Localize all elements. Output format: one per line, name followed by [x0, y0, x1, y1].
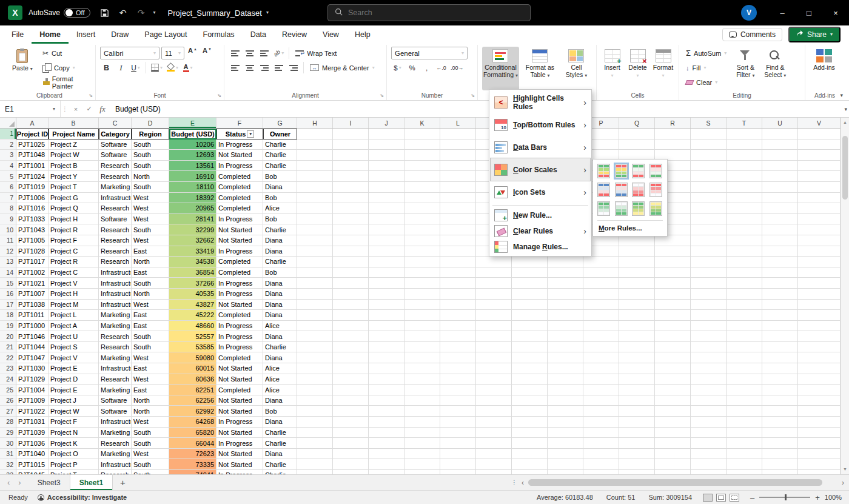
cell-E15[interactable]: 37266	[169, 278, 216, 289]
cell-Q27[interactable]	[619, 406, 655, 417]
cell-R19[interactable]	[655, 321, 691, 332]
cell-G23[interactable]: Alice	[263, 363, 297, 374]
cell-A6[interactable]: PJT1019	[16, 182, 49, 193]
cell-V11[interactable]	[798, 235, 841, 246]
cell-B29[interactable]: Project N	[49, 428, 99, 438]
cell-I1[interactable]	[333, 129, 369, 139]
wrap-text-button[interactable]: Wrap Text	[293, 47, 339, 59]
cell-H24[interactable]	[297, 374, 333, 385]
column-header-F[interactable]: F	[216, 118, 263, 128]
cell-G11[interactable]: Diana	[263, 235, 297, 246]
cell-C21[interactable]: Research	[99, 342, 132, 353]
column-header-K[interactable]: K	[404, 118, 440, 128]
cell-H19[interactable]	[297, 321, 333, 332]
row-header-2[interactable]: 2	[0, 139, 16, 150]
cell-H1[interactable]	[297, 129, 333, 139]
cell-J32[interactable]	[369, 459, 404, 470]
cell-D27[interactable]: North	[132, 406, 169, 417]
row-header-15[interactable]: 15	[0, 278, 16, 289]
row-header-30[interactable]: 30	[0, 438, 16, 449]
vertical-scrollbar-thumb[interactable]	[842, 136, 848, 200]
cell-B11[interactable]: Project F	[49, 235, 99, 246]
cell-F29[interactable]: Not Started	[216, 428, 263, 438]
align-right-button[interactable]	[258, 61, 270, 74]
cell-V19[interactable]	[798, 321, 841, 332]
cell-I31[interactable]	[333, 449, 369, 460]
cell-G17[interactable]: Diana	[263, 300, 297, 311]
cell-E9[interactable]: 28141	[169, 214, 216, 225]
cell-U19[interactable]	[762, 321, 798, 332]
cell-T16[interactable]	[727, 289, 762, 300]
zoom-level[interactable]: 100%	[825, 494, 842, 501]
addins-button[interactable]: Add-ins	[810, 47, 839, 90]
cell-G10[interactable]: Charlie	[263, 224, 297, 235]
count-stat[interactable]: Count: 51	[606, 494, 636, 501]
cell-D31[interactable]: West	[132, 449, 169, 460]
cell-D13[interactable]: North	[132, 257, 169, 267]
cell-H27[interactable]	[297, 406, 333, 417]
save-icon[interactable]	[99, 6, 111, 19]
cell-O25[interactable]	[548, 385, 583, 395]
cell-G28[interactable]: Diana	[263, 417, 297, 428]
formula-bar-expand-icon[interactable]: ▾	[844, 106, 847, 112]
cell-U18[interactable]	[762, 310, 798, 321]
cell-B23[interactable]: Project E	[49, 363, 99, 374]
cell-K9[interactable]	[404, 214, 440, 225]
cell-V29[interactable]	[798, 428, 841, 438]
cell-N14[interactable]	[512, 267, 548, 278]
cell-T25[interactable]	[727, 385, 762, 395]
row-header-10[interactable]: 10	[0, 224, 16, 235]
italic-button[interactable]: I	[115, 61, 127, 74]
cell-M25[interactable]	[476, 385, 512, 395]
cell-N26[interactable]	[512, 395, 548, 406]
cell-F11[interactable]: Not Started	[216, 235, 263, 246]
cell-N13[interactable]	[512, 257, 548, 267]
format-as-table-button[interactable]: Format as Table ▾	[522, 47, 558, 90]
delete-cells-button[interactable]: Delete ▾	[626, 47, 649, 90]
cell-S22[interactable]	[691, 352, 727, 363]
cell-V27[interactable]	[798, 406, 841, 417]
tab-data[interactable]: Data	[243, 25, 274, 44]
cell-B3[interactable]: Project W	[49, 150, 99, 161]
cell-Q1[interactable]	[619, 129, 655, 139]
cf-menu-item-highlight-cells-rules[interactable]: Highlight Cells Rules›	[491, 91, 590, 113]
cell-K8[interactable]	[404, 203, 440, 214]
cell-U28[interactable]	[762, 417, 798, 428]
cell-E17[interactable]: 43827	[169, 300, 216, 311]
cell-B28[interactable]: Project F	[49, 417, 99, 428]
cell-F2[interactable]: In Progress	[216, 139, 263, 150]
normal-view-button[interactable]	[703, 494, 713, 502]
cell-J5[interactable]	[369, 171, 404, 182]
cell-P21[interactable]	[583, 342, 619, 353]
cell-E31[interactable]: 72623	[169, 449, 216, 460]
cell-S2[interactable]	[691, 139, 727, 150]
cell-H33[interactable]	[297, 470, 333, 474]
fill-button[interactable]: ↓ Fill ▾	[683, 61, 729, 74]
cell-I29[interactable]	[333, 428, 369, 438]
cell-D32[interactable]: South	[132, 459, 169, 470]
cell-O14[interactable]	[548, 267, 583, 278]
cell-Q26[interactable]	[619, 395, 655, 406]
cell-styles-button[interactable]: Cell Styles ▾	[561, 47, 592, 90]
cell-M23[interactable]	[476, 363, 512, 374]
cell-O20[interactable]	[548, 331, 583, 342]
cell-A17[interactable]: PJT1038	[16, 300, 49, 311]
row-header-4[interactable]: 4	[0, 161, 16, 172]
cell-H23[interactable]	[297, 363, 333, 374]
cell-B12[interactable]: Project C	[49, 246, 99, 257]
underline-button[interactable]: U▾	[129, 61, 142, 74]
cell-C12[interactable]: Research	[99, 246, 132, 257]
cell-B16[interactable]: Project H	[49, 289, 99, 300]
cell-J20[interactable]	[369, 331, 404, 342]
cell-H29[interactable]	[297, 428, 333, 438]
cell-B1[interactable]: Project Name	[49, 129, 99, 139]
cell-S29[interactable]	[691, 428, 727, 438]
cell-S3[interactable]	[691, 150, 727, 161]
cell-P30[interactable]	[583, 438, 619, 449]
cell-A22[interactable]: PJT1047	[16, 352, 49, 363]
cell-D9[interactable]: West	[132, 214, 169, 225]
number-dialog-launcher[interactable]: ⇘	[471, 93, 475, 98]
cell-N32[interactable]	[512, 459, 548, 470]
cell-E11[interactable]: 32662	[169, 235, 216, 246]
formula-bar-content[interactable]: Budget (USD)	[115, 105, 161, 113]
